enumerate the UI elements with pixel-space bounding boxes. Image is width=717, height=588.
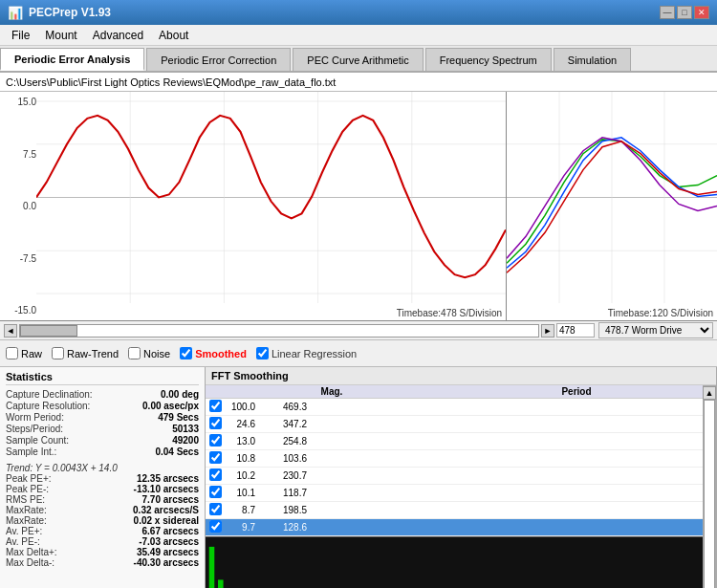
tab-freq-spectrum[interactable]: Frequency Spectrum [425,48,552,71]
peak-stat-row: Max Delta-:-40.30 arcsecs [6,557,199,568]
main-chart-svg [36,92,506,303]
right-timebase-label: Timebase:120 S/Division [608,308,713,318]
worm-drive-select[interactable]: 478.7 Worm Drive [598,322,713,338]
fft-panel: FFT Smoothing Mag. Period 100.0 469.3 24… [206,367,717,588]
fft-row[interactable]: 100.0 469.3 [206,399,703,416]
left-timebase-label: Timebase:478 S/Division [397,308,502,318]
minimize-button[interactable]: — [660,6,675,19]
fft-scroll-thumb[interactable] [704,400,715,588]
svg-rect-18 [218,579,224,588]
stat-row: Capture Declination:0.00 deg [6,389,199,400]
menu-bar: File Mount Advanced About [0,25,717,46]
menu-mount[interactable]: Mount [37,27,84,44]
fft-scroll-up[interactable]: ▲ [703,386,716,400]
menu-about[interactable]: About [151,27,196,44]
stat-row: Sample Int.:0.04 Secs [6,446,199,457]
close-button[interactable]: ✕ [694,6,709,19]
stat-row: Capture Resolution:0.00 asec/px [6,401,199,411]
chart-right: Timebase:120 S/Division [507,92,717,320]
fft-checkbox-4[interactable] [209,468,222,481]
stat-row: Sample Count:49200 [6,435,199,446]
peak-stat-row: Max Delta+:35.49 arcsecs [6,547,199,557]
menu-file[interactable]: File [4,27,37,44]
fft-row[interactable]: 24.6 347.2 [206,416,703,433]
svg-rect-16 [206,537,703,588]
peak-rows: Peak PE+:12.35 arcsecsPeak PE-:-13.10 ar… [6,473,199,568]
fft-row[interactable]: 10.1 118.7 [206,485,703,502]
worm-value-input[interactable] [556,323,595,338]
stat-row: Worm Period:479 Secs [6,412,199,423]
linreg-checkbox[interactable] [256,347,269,359]
fft-chart [206,536,703,588]
peak-stat-row: MaxRate:0.32 arcsecs/S [6,505,199,515]
scroll-track[interactable] [19,324,539,338]
fft-row[interactable]: 8.7 198.5 [206,502,703,519]
app-title: PECPrep V1.93 [29,6,111,19]
menu-advanced[interactable]: Advanced [85,27,151,44]
peak-stat-row: RMS PE:7.70 arcsecs [6,494,199,505]
peak-stat-row: MaxRate:0.02 x sidereal [6,515,199,526]
fft-chart-svg [206,537,703,588]
tabs-row: Periodic Error Analysis Periodic Error C… [0,46,717,73]
statistics-panel: Statistics Capture Declination:0.00 degC… [0,367,206,588]
fft-checkbox-0[interactable] [209,400,222,412]
tab-simulation[interactable]: Simulation [554,48,631,71]
trend-line: Trend: Y = 0.0043X + 14.0 [6,463,199,473]
fft-row[interactable]: 9.7 128.6 [206,519,703,536]
bottom-panels: Statistics Capture Declination:0.00 degC… [0,367,717,588]
smoothed-checkbox[interactable] [180,347,192,359]
rawtrend-checkbox[interactable] [52,347,64,359]
fft-list[interactable]: 100.0 469.3 24.6 347.2 13.0 254.8 10.8 1… [206,399,703,536]
y-axis: 15.0 7.5 0.0 -7.5 -15.0 [0,92,38,320]
filepath-text: C:\Users\Public\First Light Optics Revie… [6,76,336,88]
fft-checkbox-5[interactable] [209,486,222,498]
rawtrend-checkbox-label[interactable]: Raw-Trend [52,347,119,359]
fft-row[interactable]: 13.0 254.8 [206,433,703,450]
chart-area: 15.0 7.5 0.0 -7.5 -15.0 T [0,92,717,321]
peak-stat-row: Av. PE+:6.67 arcsecs [6,526,199,536]
fft-checkbox-6[interactable] [209,503,222,515]
fft-title: FFT Smoothing [206,367,716,385]
noise-checkbox-label[interactable]: Noise [128,347,170,359]
filepath-bar: C:\Users\Public\First Light Optics Revie… [0,73,717,92]
right-chart-svg [507,92,717,303]
tab-periodic-error[interactable]: Periodic Error Analysis [0,48,144,71]
tab-pec-arithmetic[interactable]: PEC Curve Arithmetic [293,48,423,71]
statistics-title: Statistics [6,371,199,385]
maximize-button[interactable]: □ [677,6,692,19]
chart-canvas-right[interactable] [507,92,717,303]
title-bar: 📊 PECPrep V1.93 — □ ✕ [0,0,717,25]
raw-checkbox-label[interactable]: Raw [6,347,42,359]
svg-rect-17 [209,547,215,588]
peak-stat-row: Peak PE+:12.35 arcsecs [6,473,199,484]
peak-stat-row: Av. PE-:-7.03 arcsecs [6,536,199,547]
chart-canvas-left[interactable] [36,92,506,303]
fft-row[interactable]: 10.8 103.6 [206,450,703,468]
worm-drive-row: ◄ ► 478.7 Worm Drive [0,321,717,340]
app-icon: 📊 [8,6,23,20]
fft-checkbox-7[interactable] [209,520,222,533]
fft-row[interactable]: 10.2 230.7 [206,468,703,485]
noise-checkbox[interactable] [128,347,141,359]
fft-column-headers: Mag. Period [206,385,703,399]
scroll-left-btn[interactable]: ◄ [4,324,17,338]
smoothed-checkbox-label[interactable]: Smoothed [180,347,247,359]
fft-scrollbar-v[interactable]: ▲ ▼ [703,385,716,588]
stat-row: Steps/Period:50133 [6,424,199,434]
chart-left: 15.0 7.5 0.0 -7.5 -15.0 T [0,92,507,320]
controls-row: Raw Raw-Trend Noise Smoothed Linear Regr… [0,340,717,367]
fft-checkbox-1[interactable] [209,417,222,429]
peak-stat-row: Peak PE-:-13.10 arcsecs [6,484,199,494]
fft-checkbox-3[interactable] [209,451,222,464]
window-controls: — □ ✕ [660,6,709,19]
linreg-checkbox-label[interactable]: Linear Regression [256,347,357,359]
fft-checkbox-2[interactable] [209,434,222,446]
stats-rows: Capture Declination:0.00 degCapture Reso… [6,389,199,457]
raw-checkbox[interactable] [6,347,18,359]
tab-pec-correction[interactable]: Periodic Error Correction [146,48,291,71]
scroll-right-btn[interactable]: ► [541,324,554,338]
